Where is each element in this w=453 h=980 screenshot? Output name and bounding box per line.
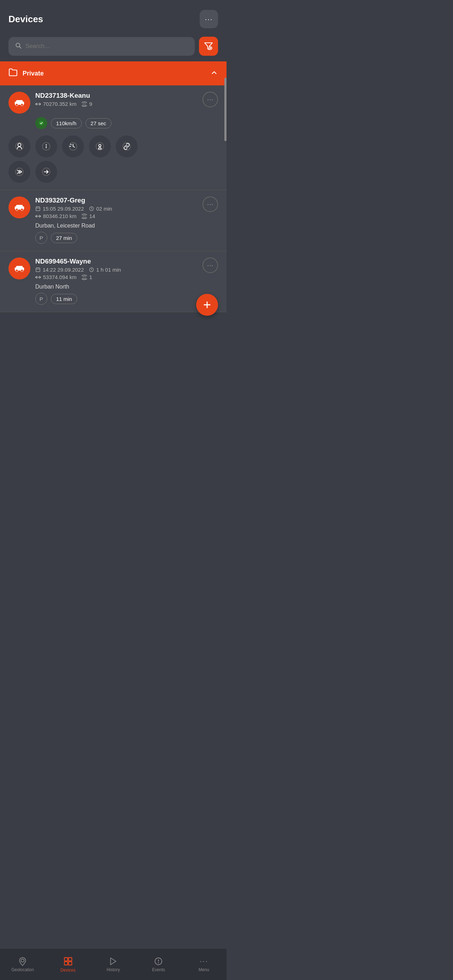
scrollbar[interactable] xyxy=(224,78,227,141)
time-badge-keanu: 27 sec xyxy=(85,118,111,129)
header: Devices ··· xyxy=(0,0,227,34)
device-detail-row-wayne: 14:22 29.09.2022 1 h 01 min xyxy=(35,267,197,273)
search-input[interactable] xyxy=(25,43,188,50)
device-name-greg: ND393207-Greg xyxy=(35,196,197,204)
svg-point-8 xyxy=(16,104,18,106)
device-avatar-greg xyxy=(8,196,30,218)
device-location-wayne: Durban North xyxy=(35,284,218,290)
action-row-keanu xyxy=(8,135,218,158)
device-duration-greg: 02 min xyxy=(89,206,112,212)
park-icon-wayne: P xyxy=(35,293,47,305)
folder-icon xyxy=(8,68,17,79)
device-park-row-wayne: P 11 min xyxy=(35,293,218,305)
svg-rect-7 xyxy=(16,100,23,103)
device-location-greg: Durban, Leicester Road xyxy=(35,223,218,229)
svg-point-26 xyxy=(16,208,18,211)
chevron-up-icon xyxy=(210,69,218,78)
device-odometer-greg: 80346.210 km 14 xyxy=(35,213,197,219)
device-detail-row-greg: 15:05 29.09.2022 02 min xyxy=(35,206,197,212)
svg-rect-25 xyxy=(16,205,23,208)
navigate-action-button[interactable] xyxy=(35,161,57,183)
svg-point-12 xyxy=(18,143,21,146)
device-name-wayne: ND699465-Wayne xyxy=(35,258,197,265)
group-header[interactable]: Private xyxy=(0,61,227,85)
group-label: Private xyxy=(22,70,44,77)
header-more-button[interactable]: ··· xyxy=(200,10,218,28)
add-device-fab[interactable] xyxy=(196,294,218,316)
device-odometer-wayne: 53374.094 km 1 xyxy=(35,274,197,280)
svg-point-36 xyxy=(16,269,18,272)
search-row xyxy=(0,34,227,61)
device-datetime-wayne: 14:22 29.09.2022 xyxy=(35,267,84,273)
svg-point-27 xyxy=(21,208,23,211)
location-action-button[interactable] xyxy=(89,135,111,158)
svg-point-9 xyxy=(21,104,23,106)
filter-button[interactable] xyxy=(199,37,218,56)
status-indicator-keanu xyxy=(35,117,47,129)
svg-rect-38 xyxy=(36,268,40,272)
search-icon xyxy=(15,42,22,51)
group-header-left: Private xyxy=(8,68,44,79)
device-badge-row-keanu: 110km/h 27 sec xyxy=(35,117,218,129)
driver-action-button[interactable] xyxy=(8,135,30,158)
device-park-row-greg: P 27 min xyxy=(35,232,218,244)
device-card-greg: ND393207-Greg 15:05 29.09.2022 xyxy=(0,190,227,251)
park-duration-badge-wayne: 11 min xyxy=(51,294,77,304)
svg-line-1 xyxy=(19,46,21,48)
svg-point-11 xyxy=(39,121,43,125)
more-dots-icon: ··· xyxy=(205,15,213,23)
device-datetime-greg: 15:05 29.09.2022 xyxy=(35,206,84,212)
svg-point-37 xyxy=(21,269,23,272)
device-menu-button-keanu[interactable]: ··· xyxy=(202,92,218,107)
link-action-button[interactable] xyxy=(116,135,138,158)
svg-rect-28 xyxy=(36,207,40,211)
action-row-keanu-2 xyxy=(8,161,218,183)
device-duration-wayne: 1 h 01 min xyxy=(89,267,121,273)
skip-action-button[interactable] xyxy=(8,161,30,183)
park-icon-greg: P xyxy=(35,232,47,244)
history-action-button[interactable] xyxy=(62,135,84,158)
device-card-keanu: ND237138-Keanu 70270.352 km 9 · xyxy=(0,85,227,190)
device-menu-button-wayne[interactable]: ··· xyxy=(202,258,218,273)
device-name-keanu: ND237138-Keanu xyxy=(35,92,197,99)
device-odometer-keanu: 70270.352 km 9 xyxy=(35,101,197,107)
device-avatar-wayne xyxy=(8,258,30,279)
info-action-button[interactable] xyxy=(35,135,57,158)
device-menu-button-greg[interactable]: ··· xyxy=(202,196,218,212)
svg-rect-35 xyxy=(16,266,23,269)
page-title: Devices xyxy=(8,14,43,25)
speed-badge-keanu: 110km/h xyxy=(51,118,82,129)
park-duration-badge-greg: 27 min xyxy=(51,233,77,243)
device-card-wayne: ND699465-Wayne 14:22 29.09.2022 xyxy=(0,251,227,312)
device-avatar-keanu xyxy=(8,92,30,114)
search-field-wrap[interactable] xyxy=(8,37,195,56)
